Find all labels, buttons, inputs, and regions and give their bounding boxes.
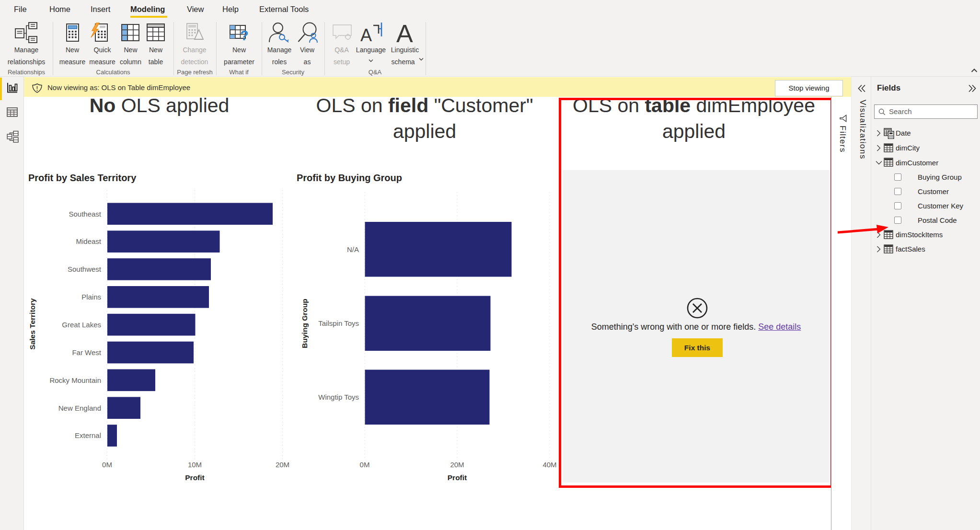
svg-text:Mideast: Mideast: [76, 237, 101, 245]
svg-text:?: ?: [240, 28, 249, 41]
svg-text:External: External: [75, 431, 101, 439]
svg-text:Plains: Plains: [81, 293, 101, 301]
svg-text:20M: 20M: [276, 461, 289, 469]
svg-text:0M: 0M: [102, 461, 112, 469]
svg-text:20M: 20M: [450, 461, 464, 469]
svg-text:Southwest: Southwest: [68, 265, 102, 273]
svg-text:Wingtip Toys: Wingtip Toys: [318, 393, 359, 401]
svg-text:Sales Territory: Sales Territory: [28, 298, 36, 350]
svg-text:40M: 40M: [542, 461, 556, 469]
svg-text:A: A: [360, 25, 372, 43]
svg-text:A: A: [396, 21, 413, 43]
svg-text:Great Lakes: Great Lakes: [62, 321, 101, 329]
svg-text:Rocky Mountain: Rocky Mountain: [49, 376, 101, 384]
svg-text:Profit: Profit: [185, 473, 204, 482]
svg-text:Profit: Profit: [448, 473, 467, 482]
svg-text:Southeast: Southeast: [69, 210, 101, 218]
svg-text:Tailspin Toys: Tailspin Toys: [318, 319, 359, 327]
svg-text:Far West: Far West: [72, 348, 101, 357]
svg-text:Buying Group: Buying Group: [300, 299, 309, 348]
svg-text:10M: 10M: [188, 461, 202, 469]
svg-text:0M: 0M: [360, 461, 370, 469]
svg-text:N/A: N/A: [347, 245, 359, 253]
svg-text:New England: New England: [58, 404, 101, 412]
